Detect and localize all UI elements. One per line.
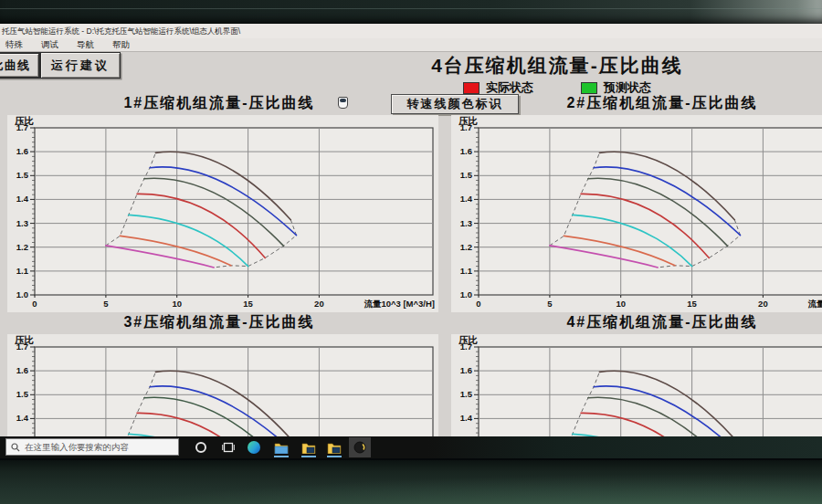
x-tick-label: 0: [476, 299, 480, 309]
y-tick-label: 1.5: [16, 170, 29, 180]
y-tick-label: 1.4: [16, 413, 29, 423]
active-app-glyph: [353, 441, 366, 454]
x-tick-label: 15: [243, 299, 253, 309]
x-axis-title: 流量10^3 [M^3/H]: [364, 299, 435, 309]
plot-area: [35, 128, 433, 295]
folder-window-icon-2[interactable]: [323, 437, 345, 457]
monitor-bezel-bottom: [0, 458, 822, 504]
task-view-glyph: [222, 442, 235, 453]
y-tick-label: 1.4: [460, 413, 473, 423]
actual-state-swatch: [463, 82, 480, 94]
search-icon: [11, 443, 20, 452]
x-tick-label: 20: [758, 299, 768, 309]
chart-2-title: 2#压缩机组流量-压比曲线: [461, 94, 822, 113]
x-tick-label: 10: [616, 299, 626, 309]
open-app-underline: [274, 456, 289, 457]
y-axis-title: 压比: [14, 115, 35, 126]
chart-1-canvas: 1.01.11.21.31.41.51.61.705101520压比流量10^3…: [7, 115, 438, 312]
page-title: 4台压缩机组流量-压比曲线: [324, 53, 790, 79]
x-tick-label: 5: [547, 299, 553, 309]
menu-item-nav[interactable]: 导航: [77, 39, 94, 51]
task-view-icon[interactable]: [217, 437, 239, 457]
y-axis-title: 压比: [14, 334, 35, 345]
y-tick-label: 1.0: [460, 289, 472, 299]
menu-item-special[interactable]: 特殊: [5, 39, 23, 51]
open-app-underline: [301, 456, 316, 457]
folder-glyph: [301, 442, 316, 454]
explorer-folder-glyph: [274, 442, 289, 454]
y-tick-label: 1.6: [460, 146, 472, 156]
active-app-icon[interactable]: [349, 437, 371, 457]
open-app-underline: [327, 456, 342, 457]
y-tick-label: 1.4: [460, 194, 473, 204]
x-tick-label: 0: [32, 299, 37, 309]
cortana-icon[interactable]: [190, 437, 212, 457]
plot-area: [479, 347, 822, 436]
y-tick-label: 1.5: [460, 170, 473, 180]
file-explorer-icon[interactable]: [270, 437, 292, 457]
folder-window-icon[interactable]: [298, 437, 320, 457]
y-tick-label: 1.6: [16, 365, 28, 375]
menu-item-debug[interactable]: 调试: [41, 39, 58, 51]
chart-3-title: 3#压缩机组流量-压比曲线: [18, 313, 420, 332]
x-tick-label: 20: [314, 299, 324, 309]
menu-item-help[interactable]: 帮助: [112, 39, 130, 51]
chart-1-title: 1#压缩机组流量-压比曲线: [18, 94, 420, 113]
y-tick-label: 1.6: [16, 146, 28, 156]
x-tick-label: 10: [172, 299, 182, 309]
y-tick-label: 1.0: [16, 289, 28, 299]
monitor-bezel-top: [0, 0, 822, 24]
y-tick-label: 1.5: [460, 389, 473, 399]
y-axis-title: 压比: [458, 334, 479, 345]
y-tick-label: 1.5: [16, 389, 29, 399]
y-tick-label: 1.1: [16, 266, 29, 276]
screen: 托压气站智能运行系统 - D:\托克托压气站智能运行系统\组态人机界面\ 特殊 …: [0, 24, 822, 458]
y-tick-label: 1.2: [16, 242, 28, 252]
y-axis-title: 压比: [458, 115, 479, 126]
y-tick-label: 1.1: [460, 266, 473, 276]
x-tick-label: 15: [687, 299, 697, 309]
y-tick-label: 1.4: [16, 194, 29, 204]
monitor-photo: 托压气站智能运行系统 - D:\托克托压气站智能运行系统\组态人机界面\ 特殊 …: [0, 0, 822, 504]
window-title: 托压气站智能运行系统 - D:\托克托压气站智能运行系统\组态人机界面\: [2, 26, 240, 36]
operation-advice-button[interactable]: 运行建议: [40, 52, 121, 79]
chart-2-canvas: 1.01.11.21.31.41.51.61.705101520压比流量10^3…: [451, 115, 822, 312]
curve-button[interactable]: 压比曲线: [0, 52, 40, 79]
taskbar-search[interactable]: [5, 438, 179, 456]
edge-icon[interactable]: [243, 437, 265, 457]
taskbar: [0, 436, 822, 458]
window-titlebar: 托压气站智能运行系统 - D:\托克托压气站智能运行系统\组态人机界面\: [0, 24, 822, 38]
y-tick-label: 1.2: [460, 242, 472, 252]
y-tick-label: 1.3: [16, 218, 28, 228]
folder-glyph: [327, 442, 342, 454]
plot-area: [479, 128, 822, 295]
chart-svg: 1.01.11.21.31.41.51.61.705101520压比流量10^3…: [7, 334, 438, 436]
status-indicator-icon: [338, 97, 348, 109]
chart-4-title: 4#压缩机组流量-压比曲线: [461, 313, 822, 332]
chart-svg: 1.01.11.21.31.41.51.61.705101520压比流量10^3…: [451, 115, 822, 310]
y-tick-label: 1.6: [460, 365, 472, 375]
x-axis-title: 流量10^3 [M^3/H]: [807, 299, 822, 309]
predicted-state-swatch: [581, 82, 597, 94]
chart-svg: 1.01.11.21.31.41.51.61.705101520压比流量10^3…: [7, 115, 438, 310]
chart-3-canvas: 1.01.11.21.31.41.51.61.705101520压比流量10^3…: [7, 334, 438, 436]
cortana-ring: [195, 442, 206, 453]
y-tick-label: 1.3: [460, 218, 472, 228]
chart-4-canvas: 1.01.11.21.31.41.51.61.705101520压比流量10^3…: [451, 334, 822, 436]
edge-logo: [248, 441, 260, 454]
x-tick-label: 5: [103, 299, 109, 309]
search-input[interactable]: [25, 442, 171, 452]
chart-svg: 1.01.11.21.31.41.51.61.705101520压比流量10^3…: [451, 334, 822, 436]
menu-bar: 特殊 调试 导航 帮助: [0, 38, 822, 52]
